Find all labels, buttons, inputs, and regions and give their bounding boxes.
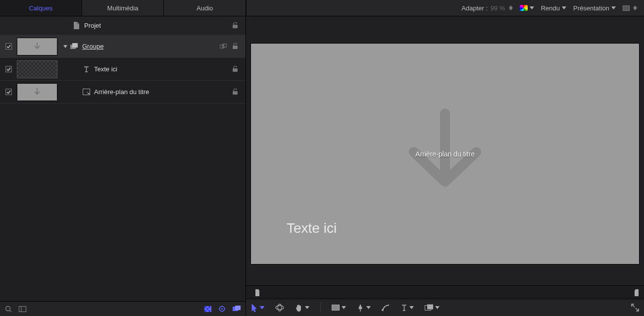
3d-transform-tool[interactable] xyxy=(275,304,284,312)
svg-rect-35 xyxy=(235,306,241,310)
group-layers-icon xyxy=(70,43,78,51)
svg-rect-10 xyxy=(72,43,78,48)
stepper-icon xyxy=(633,5,637,10)
masks-filter-icon[interactable] xyxy=(233,306,241,312)
svg-rect-13 xyxy=(233,46,238,49)
full-screen-icon[interactable] xyxy=(631,304,639,312)
svg-line-19 xyxy=(10,310,12,312)
layer-label: Texte ici xyxy=(94,65,229,73)
search-icon[interactable] xyxy=(5,306,12,313)
render-menu[interactable]: Rendu xyxy=(541,4,566,12)
select-tool[interactable] xyxy=(251,304,264,312)
svg-point-37 xyxy=(276,306,284,310)
svg-marker-48 xyxy=(435,306,440,309)
panel-collapse-icon[interactable] xyxy=(19,306,26,312)
layer-row-text[interactable]: Texte ici xyxy=(0,58,246,81)
svg-rect-17 xyxy=(233,91,238,95)
play-range-bar[interactable] xyxy=(246,285,644,299)
svg-marker-2 xyxy=(530,6,534,9)
viewport-layout-menu[interactable] xyxy=(623,5,637,11)
paint-stroke-tool[interactable] xyxy=(382,304,390,312)
chevron-down-icon xyxy=(530,6,534,9)
disclosure-triangle-icon[interactable] xyxy=(62,44,68,50)
svg-point-29 xyxy=(221,308,223,310)
in-point-marker-icon[interactable] xyxy=(255,289,260,297)
fit-label: Adapter : xyxy=(461,4,488,12)
svg-rect-14 xyxy=(233,68,238,72)
text-icon xyxy=(82,65,90,73)
behaviors-filter-icon[interactable] xyxy=(218,305,226,313)
svg-line-50 xyxy=(636,308,638,311)
rectangle-tool[interactable] xyxy=(332,305,346,311)
pan-tool[interactable] xyxy=(295,304,309,312)
link-toggle[interactable] xyxy=(218,44,229,50)
visibility-checkbox[interactable] xyxy=(5,89,12,95)
visibility-checkbox[interactable] xyxy=(5,43,12,50)
view-menu[interactable]: Présentation xyxy=(573,4,616,12)
svg-rect-26 xyxy=(204,310,206,312)
svg-marker-45 xyxy=(409,306,414,309)
visibility-checkbox[interactable] xyxy=(5,66,12,72)
svg-rect-12 xyxy=(223,44,227,47)
chevron-down-icon xyxy=(611,6,616,9)
svg-line-49 xyxy=(632,305,635,307)
svg-rect-20 xyxy=(19,306,26,312)
svg-marker-1 xyxy=(509,8,513,10)
mask-tool[interactable] xyxy=(425,304,440,311)
layer-thumbnail xyxy=(17,60,57,78)
svg-marker-43 xyxy=(366,306,371,309)
color-channel-menu[interactable] xyxy=(520,5,534,11)
svg-point-18 xyxy=(6,306,10,311)
svg-rect-23 xyxy=(204,306,206,308)
layer-thumbnail xyxy=(17,38,57,55)
render-label: Rendu xyxy=(541,4,560,12)
svg-rect-47 xyxy=(427,305,433,310)
image-placeholder-icon xyxy=(82,88,90,96)
svg-marker-8 xyxy=(63,45,67,48)
separator xyxy=(320,303,321,313)
text-tool[interactable] xyxy=(401,304,414,311)
out-point-marker-icon[interactable] xyxy=(634,289,639,297)
fit-zoom-control[interactable]: Adapter : 99 % xyxy=(461,4,512,12)
canvas-stage[interactable]: Arrière-plan du titre Texte ici xyxy=(251,44,639,264)
chevron-down-icon xyxy=(260,306,264,309)
canvas-viewer[interactable]: Arrière-plan du titre Texte ici xyxy=(246,16,644,285)
lock-toggle[interactable] xyxy=(229,89,242,95)
placeholder-label: Arrière-plan du titre xyxy=(415,150,475,158)
tab-media[interactable]: Multimédia xyxy=(82,0,164,16)
canvas-text-layer[interactable]: Texte ici xyxy=(287,220,337,236)
tab-layers[interactable]: Calques xyxy=(0,0,82,16)
chevron-down-icon xyxy=(435,306,440,309)
layer-label: Arrière-plan du titre xyxy=(94,88,229,96)
svg-rect-25 xyxy=(206,308,208,310)
svg-point-44 xyxy=(382,309,384,311)
checkerboard-filter-icon[interactable] xyxy=(204,306,211,312)
layer-row-group[interactable]: Groupe xyxy=(0,35,246,58)
chevron-down-icon xyxy=(562,6,566,9)
chevron-down-icon xyxy=(366,306,371,309)
document-icon xyxy=(72,22,80,30)
chevron-down-icon xyxy=(305,306,309,309)
svg-rect-7 xyxy=(233,25,238,28)
svg-marker-6 xyxy=(633,8,637,10)
color-swatch-icon xyxy=(520,5,528,11)
svg-marker-41 xyxy=(342,306,346,309)
svg-rect-27 xyxy=(208,310,210,312)
chevron-down-icon xyxy=(342,306,346,309)
lock-toggle[interactable] xyxy=(229,22,242,29)
svg-point-38 xyxy=(278,304,282,311)
svg-marker-4 xyxy=(611,6,616,9)
fit-value: 99 % xyxy=(491,4,505,12)
svg-marker-3 xyxy=(562,6,566,9)
svg-marker-39 xyxy=(305,306,309,309)
lock-toggle[interactable] xyxy=(229,66,242,72)
lock-toggle[interactable] xyxy=(229,43,242,50)
tab-audio[interactable]: Audio xyxy=(164,0,246,16)
chevron-down-icon xyxy=(409,306,414,309)
svg-marker-36 xyxy=(260,306,264,309)
layer-row-project[interactable]: Projet xyxy=(0,16,246,35)
layer-row-title-bg[interactable]: Arrière-plan du titre xyxy=(0,81,246,104)
svg-rect-11 xyxy=(220,45,224,48)
pen-tool[interactable] xyxy=(357,304,371,312)
layer-label: Groupe xyxy=(82,43,218,50)
